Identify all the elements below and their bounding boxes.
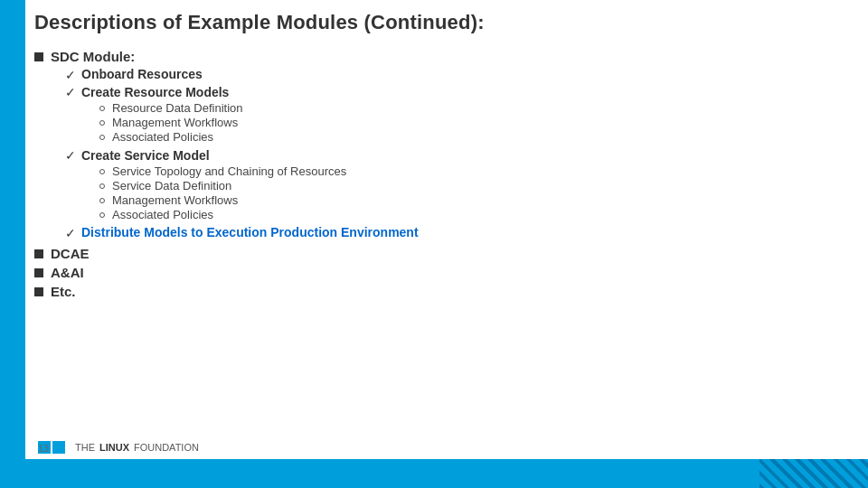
etc-label: Etc. <box>51 284 76 299</box>
logo-text-the: THE <box>75 442 95 453</box>
mgmt-workflows-1: Management Workflows <box>112 116 238 129</box>
sdc-module-label: SDC Module: <box>51 49 135 64</box>
mgmt-workflows-2: Management Workflows <box>112 193 238 207</box>
sdc-check-list: ✓ Onboard Resources ✓ Create Resource Mo… <box>51 67 419 240</box>
circle-icon <box>99 183 105 189</box>
list-item: Service Topology and Chaining of Resourc… <box>99 164 346 178</box>
bullet-icon-dcae <box>34 249 43 258</box>
circle-icon <box>99 169 105 174</box>
circle-icon <box>99 106 105 111</box>
aai-label: A&AI <box>51 265 84 280</box>
list-item: Management Workflows <box>99 193 346 207</box>
resource-models-label: Create Resource Models <box>81 85 229 99</box>
list-item-dcae: DCAE <box>34 246 850 261</box>
check-item-service-model: ✓ Create Service Model Service Topology … <box>65 147 419 223</box>
resource-data-def: Resource Data Definition <box>112 101 243 115</box>
page-number: 13 <box>38 443 49 454</box>
dcae-label: DCAE <box>51 246 90 261</box>
circle-icon <box>99 120 105 126</box>
main-list: SDC Module: ✓ Onboard Resources ✓ Create… <box>34 49 850 299</box>
check-icon-onboard: ✓ <box>65 68 76 82</box>
logo-area: THE LINUX FOUNDATION <box>38 441 199 454</box>
service-topology: Service Topology and Chaining of Resourc… <box>112 164 346 178</box>
assoc-policies-2: Associated Policies <box>112 208 213 221</box>
page-title: Descriptions of Example Modules (Continu… <box>34 11 850 34</box>
circle-icon <box>99 198 105 203</box>
list-item: Associated Policies <box>99 130 243 144</box>
check-item-resource-models: ✓ Create Resource Models Resource Data D… <box>65 84 419 145</box>
logo-text-foundation: FOUNDATION <box>134 442 199 453</box>
list-item-etc: Etc. <box>34 284 850 299</box>
bullet-icon-aai <box>34 268 43 277</box>
bottom-bar <box>0 459 868 488</box>
bottom-bar-pattern <box>760 459 868 488</box>
check-icon-resource-models: ✓ <box>65 85 76 99</box>
list-item: Service Data Definition <box>99 179 346 192</box>
page-number-area: 13 <box>38 432 49 454</box>
service-model-items: Service Topology and Chaining of Resourc… <box>81 164 346 221</box>
list-item: Management Workflows <box>99 116 243 129</box>
list-item: Associated Policies <box>99 208 346 221</box>
list-item-aai: A&AI <box>34 265 850 280</box>
distribute-label: Distribute Models to Execution Productio… <box>81 225 419 239</box>
circle-icon <box>99 135 105 140</box>
check-item-onboard: ✓ Onboard Resources <box>65 67 419 82</box>
service-data-def: Service Data Definition <box>112 179 231 192</box>
logo-text-linux: LINUX <box>99 442 129 453</box>
service-model-label: Create Service Model <box>81 148 210 163</box>
logo-sq-2 <box>52 441 65 454</box>
resource-models-items: Resource Data Definition Management Work… <box>81 101 243 144</box>
check-item-distribute: ✓ Distribute Models to Execution Product… <box>65 225 419 240</box>
content-area: Descriptions of Example Modules (Continu… <box>34 11 850 452</box>
assoc-policies-1: Associated Policies <box>112 130 213 144</box>
slide-container: Descriptions of Example Modules (Continu… <box>0 0 868 488</box>
check-icon-distribute: ✓ <box>65 226 76 240</box>
circle-icon <box>99 212 105 218</box>
left-accent-bar <box>0 0 25 488</box>
onboard-label: Onboard Resources <box>81 67 203 81</box>
list-item: Resource Data Definition <box>99 101 243 115</box>
bullet-icon-etc <box>34 287 43 296</box>
list-item-sdc: SDC Module: ✓ Onboard Resources ✓ Create… <box>34 49 850 242</box>
bullet-icon <box>34 52 43 61</box>
check-icon-service-model: ✓ <box>65 148 76 163</box>
